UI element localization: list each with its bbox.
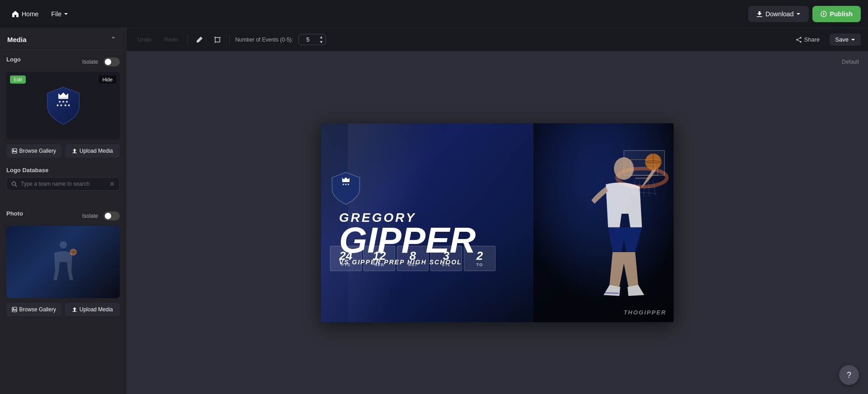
stat-label: REB — [370, 263, 388, 267]
logo-browse-gallery-button[interactable]: Browse Gallery — [6, 144, 61, 158]
stat-box: 24 PTS — [330, 246, 362, 271]
stat-label: AST — [404, 263, 422, 267]
events-input-group: 5 ▲ ▼ — [298, 34, 326, 45]
save-label: Save — [835, 36, 849, 43]
logo-database-label: Logo Database — [6, 167, 120, 174]
draw-tool-button[interactable] — [193, 33, 206, 46]
stat-value: 2 — [471, 250, 489, 262]
publish-label: Publish — [830, 10, 853, 18]
stat-box: 12 REB — [363, 246, 395, 271]
file-button[interactable]: File — [47, 8, 73, 20]
publish-icon — [821, 11, 827, 17]
share-icon — [796, 37, 802, 43]
svg-point-23 — [800, 41, 802, 42]
graphic-text-content: GREGORY GIPPER VS GIPPER PREP HIGH SCHOO… — [321, 162, 674, 284]
photo-upload-button[interactable]: Upload Media — [65, 303, 120, 316]
main-layout: Media ⌃ Logo Isolate Edit Hide — [0, 28, 868, 394]
svg-line-12 — [15, 185, 17, 187]
logo-upload-button[interactable]: Upload Media — [65, 144, 120, 158]
chevron-down-icon-download — [796, 12, 801, 16]
upload-icon-photo — [72, 307, 77, 312]
svg-rect-9 — [12, 149, 17, 153]
logo-preview: Edit Hide — [6, 72, 120, 140]
upload-icon — [72, 148, 77, 154]
share-button[interactable]: Share — [791, 33, 825, 46]
default-label: Default — [842, 59, 859, 65]
graphic-watermark: THOGIPPER — [623, 309, 666, 316]
chevron-down-icon — [63, 11, 69, 17]
events-input[interactable]: 5 — [299, 34, 317, 45]
svg-point-16 — [13, 308, 14, 309]
crop-tool-button[interactable] — [211, 33, 224, 46]
logo-upload-label: Upload Media — [80, 148, 113, 154]
stat-value: 8 — [404, 250, 422, 262]
canvas-content: Default — [127, 52, 868, 394]
divider-1 — [6, 197, 120, 197]
svg-point-10 — [13, 150, 14, 150]
photo-browse-label: Browse Gallery — [19, 306, 56, 313]
gallery-icon — [12, 148, 17, 154]
stat-box: 2 TO — [464, 246, 495, 271]
logo-section: Logo Isolate Edit Hide — [0, 50, 126, 167]
graphic-logo — [330, 171, 362, 208]
photo-upload-label: Upload Media — [80, 306, 113, 313]
stat-value: 3 — [437, 250, 455, 262]
photo-preview: Edit Hide — [6, 226, 120, 298]
sidebar-collapse-button[interactable]: ⌃ — [108, 34, 119, 45]
events-decrement-button[interactable]: ▼ — [317, 40, 326, 45]
stat-label: PTS — [337, 263, 355, 267]
logo-search-box: ✕ — [6, 177, 120, 191]
logo-edit-button[interactable]: Edit — [10, 75, 26, 84]
stat-value: 24 — [337, 250, 355, 262]
download-button[interactable]: Download — [748, 6, 809, 22]
help-button[interactable]: ? — [839, 365, 859, 385]
svg-rect-15 — [12, 307, 17, 312]
top-nav: Home File Download Publish — [0, 0, 868, 28]
logo-hide-button[interactable]: Hide — [99, 75, 116, 84]
pencil-icon — [196, 36, 203, 43]
publish-button[interactable]: Publish — [812, 6, 861, 22]
canvas-toolbar: Undo Redo Number of Events (0-5): — [127, 28, 868, 52]
photo-media-buttons: Browse Gallery Upload Media — [6, 303, 120, 316]
search-clear-button[interactable]: ✕ — [109, 180, 115, 188]
download-icon — [756, 11, 763, 17]
graphic-logo-svg — [330, 171, 362, 206]
undo-button[interactable]: Undo — [134, 34, 155, 45]
logo-browse-label: Browse Gallery — [19, 148, 56, 154]
photo-isolate-label: Isolate — [82, 213, 98, 219]
svg-rect-1 — [58, 98, 68, 99]
download-label: Download — [765, 10, 793, 18]
redo-button[interactable]: Redo — [160, 34, 182, 45]
toggle-slider — [104, 57, 120, 66]
photo-image — [6, 226, 120, 298]
sports-graphic[interactable]: GREGORY GIPPER VS GIPPER PREP HIGH SCHOO… — [321, 123, 674, 322]
photo-isolate-toggle[interactable] — [104, 211, 120, 220]
isolate-label: Isolate — [82, 59, 98, 65]
stat-value: 12 — [370, 250, 388, 262]
file-label: File — [51, 10, 61, 18]
logo-isolate-toggle[interactable] — [104, 57, 120, 66]
sidebar-title: Media — [7, 36, 27, 43]
svg-point-24 — [796, 39, 798, 41]
svg-rect-41 — [342, 181, 349, 182]
search-icon — [11, 181, 17, 187]
photo-browse-gallery-button[interactable]: Browse Gallery — [6, 303, 61, 316]
home-button[interactable]: Home — [7, 8, 43, 20]
logo-media-buttons: Browse Gallery Upload Media — [6, 144, 120, 158]
stats-row: 24 PTS 12 REB 8 AST 3 STL 2 TO — [330, 246, 495, 271]
events-label: Number of Events (0-5): — [235, 37, 293, 43]
logo-image — [45, 85, 81, 126]
stat-box: 8 AST — [397, 246, 429, 271]
stat-label: STL — [437, 263, 455, 267]
home-label: Home — [22, 10, 38, 18]
toolbar-divider-1 — [187, 34, 188, 45]
stat-label: TO — [471, 263, 489, 267]
logo-search-input[interactable] — [21, 181, 106, 187]
logo-database-section: Logo Database ✕ — [0, 167, 126, 197]
chevron-down-icon-save — [851, 38, 855, 42]
canvas-area: Undo Redo Number of Events (0-5): — [127, 28, 868, 394]
save-button[interactable]: Save — [830, 33, 861, 46]
events-increment-button[interactable]: ▲ — [317, 35, 326, 40]
svg-line-26 — [797, 40, 800, 42]
svg-rect-17 — [215, 38, 220, 42]
